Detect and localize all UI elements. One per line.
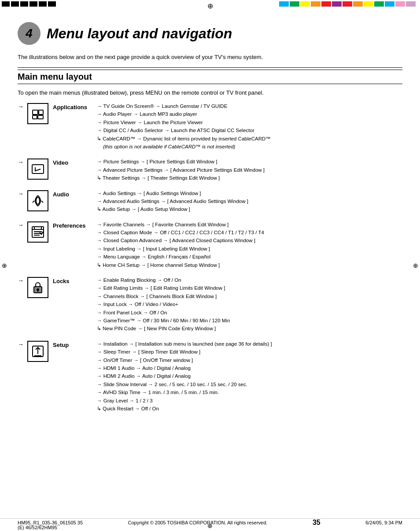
footer-right: 6/24/05, 9:34 PM (365, 520, 402, 525)
list-item: → Sleep Timer → [ Sleep Timer Edit Windo… (97, 348, 402, 356)
list-item: → Input Labeling → [ Input Labeling Edit… (97, 245, 402, 253)
svg-rect-2 (33, 115, 37, 119)
preferences-items: → Favorite Channels → [ Favorite Channel… (97, 221, 402, 269)
list-item: → AVHD Skip Time → 1 min. / 3 min. / 5 m… (97, 388, 402, 396)
svg-rect-3 (38, 115, 43, 119)
list-item: → GameTimer™ → Off / 30 Min / 60 Min / 9… (97, 317, 402, 324)
preferences-icon (27, 221, 48, 243)
list-item: → Advanced Audio Settings → [ Advanced A… (97, 197, 402, 205)
list-item: → Audio Player → Launch MP3 audio player (97, 110, 402, 118)
menu-row-video: → Video → Picture Settings → [ Picture S… (18, 158, 402, 182)
menu-row-locks: → Locks → Enable Rating Blocking → Off /… (18, 276, 402, 333)
svg-line-7 (41, 201, 43, 203)
svg-point-5 (36, 197, 40, 204)
setup-label: Setup (53, 340, 92, 348)
list-item: → Enable Rating Blocking → Off / On (97, 276, 402, 284)
list-item: → Closed Caption Mode → Off / CC1 / CC2 … (97, 229, 402, 236)
arrow-audio: → (18, 190, 23, 197)
section-title: Main menu layout (18, 70, 402, 84)
arrow-preferences: → (18, 221, 23, 229)
chapter-header: 4 Menu layout and navigation (18, 22, 402, 45)
list-item: → Edit Rating Limits → [ Edit Rating Lim… (97, 284, 402, 292)
list-item: → Audio Settings → [ Audio Settings Wind… (97, 189, 402, 197)
list-item: → Input Lock → Off / Video / Video+ (97, 300, 402, 308)
top-divider (18, 67, 402, 68)
video-label: Video (53, 158, 92, 166)
applications-items: → TV Guide On Screen® → Launch Gemstar /… (97, 102, 402, 151)
svg-rect-4 (32, 165, 44, 173)
list-item: ↳ Audio Setup → [ Audio Setup Window ] (97, 205, 402, 213)
color-chips (279, 0, 416, 8)
setup-items: → Installation → [ Installation sub menu… (97, 340, 402, 413)
video-icon (27, 159, 48, 180)
arrow-applications: → (18, 103, 23, 110)
applications-label: Applications (53, 102, 92, 111)
black-blocks (0, 0, 58, 8)
crosshair-left: ⊕ (2, 262, 7, 269)
locks-items: → Enable Rating Blocking → Off / On → Ed… (97, 276, 402, 333)
intro-text: The illustrations below and on the next … (18, 54, 402, 60)
svg-rect-1 (39, 110, 43, 114)
section-subtitle: To open the main menus (illustrated belo… (18, 89, 402, 96)
applications-icon (27, 103, 48, 124)
svg-rect-0 (33, 110, 38, 114)
list-item: → Picture Settings → [ Picture Settings … (97, 158, 402, 166)
svg-line-6 (33, 201, 34, 203)
list-item: ↳ Home CH Setup → [ Home channel Setup W… (97, 261, 402, 269)
crosshair-bottom: ⊕ (207, 522, 213, 529)
audio-items: → Audio Settings → [ Audio Settings Wind… (97, 189, 402, 214)
list-item-italic: (this option is not available if CableCA… (97, 143, 402, 151)
chapter-number: 4 (18, 22, 41, 45)
copyright: Copyright © 2005 TOSHIBA CORPORATION. Al… (128, 520, 268, 525)
menu-items-container: → Applications → TV Guide On Screen® → L… (18, 102, 402, 413)
list-item: → HDMI 2 Audio → Auto / Digital / Analog (97, 372, 402, 380)
arrow-setup: → (18, 341, 23, 348)
list-item: → Picture Viewer → Launch the Picture Vi… (97, 118, 402, 126)
menu-row-preferences: → Preferences → Favorite Channels → [ Fa… (18, 221, 402, 269)
menu-row-audio: → Audio → Audio Settings → [ Audio Setti… (18, 189, 402, 214)
list-item: → Gray Level → 1 / 2 / 3 (97, 397, 402, 405)
list-item: → Closed Caption Advanced → [ Advanced C… (97, 236, 402, 244)
arrow-locks: → (18, 277, 23, 284)
list-item: → Front Panel Lock → Off / On (97, 309, 402, 317)
list-item: ↳ New PIN Code → [ New PIN Code Entry Wi… (97, 324, 402, 332)
main-content: 4 Menu layout and navigation The illustr… (18, 13, 402, 513)
menu-row-setup: → Setup → Installation → [ Installation … (18, 340, 402, 413)
list-item: → Installation → [ Installation sub menu… (97, 340, 402, 348)
svg-point-16 (37, 289, 39, 291)
locks-label: Locks (53, 276, 92, 284)
menu-row-applications: → Applications → TV Guide On Screen® → L… (18, 102, 402, 151)
list-item: → HDMI 1 Audio → Auto / Digital / Analog (97, 364, 402, 372)
list-item: ↳ CableCARD™ → Dynamic list of items pro… (97, 135, 402, 143)
list-item: → Menu Language → English / Français / E… (97, 253, 402, 261)
list-item: ↳ Theater Settings → [ Theater Settings … (97, 174, 402, 182)
crosshair-top: ⊕ (207, 2, 213, 10)
list-item: → Channels Block → [ Channels Block Edit… (97, 292, 402, 300)
locks-icon (27, 277, 48, 298)
list-item: ↳ Quick Restart → Off / On (97, 405, 402, 413)
list-item: → Slide Show Interval → 2 sec. / 5 sec. … (97, 380, 402, 388)
video-items: → Picture Settings → [ Picture Settings … (97, 158, 402, 182)
audio-label: Audio (53, 189, 92, 198)
list-item: → Favorite Channels → [ Favorite Channel… (97, 221, 402, 229)
list-item: → On/Off Timer → [ On/Off Timer window ] (97, 356, 402, 364)
preferences-label: Preferences (53, 221, 92, 229)
list-item: → Digital CC / Audio Selector → Launch t… (97, 126, 402, 134)
page-number: 35 (313, 519, 321, 527)
list-item: → TV Guide On Screen® → Launch Gemstar /… (97, 102, 402, 110)
audio-icon (27, 190, 48, 211)
crosshair-right: ⊕ (413, 262, 418, 269)
bottom-model: (E) 46/52/62HM95 (18, 525, 57, 530)
setup-icon (27, 341, 48, 362)
list-item: → Advanced Picture Settings → [ Advanced… (97, 166, 402, 174)
chapter-title: Menu layout and navigation (47, 26, 232, 42)
arrow-video: → (18, 159, 23, 166)
